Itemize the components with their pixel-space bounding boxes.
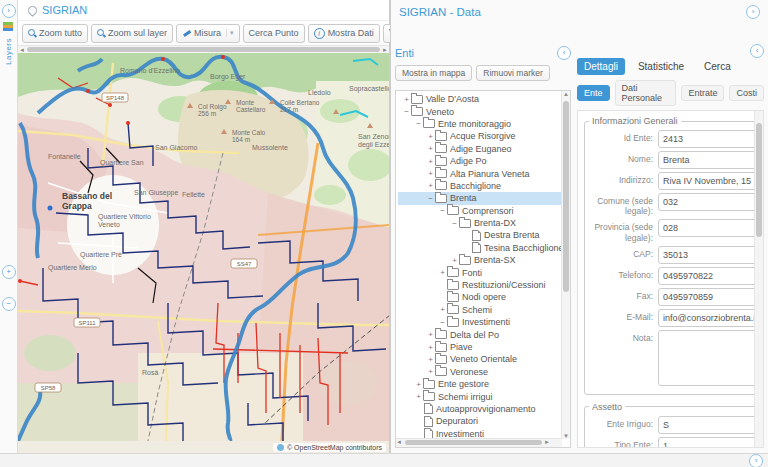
expand-icon[interactable]: + <box>438 268 447 277</box>
enti-collapse-icon[interactable]: ‹ <box>557 46 571 60</box>
tree-item-nodi-opere[interactable]: Nodi opere <box>398 291 562 303</box>
toolbar-button-mostra-dati[interactable]: iMostra Dati <box>308 24 380 43</box>
field-cap[interactable] <box>658 246 754 264</box>
field-nota[interactable] <box>658 330 754 386</box>
tree-item-schemi-irrigui[interactable]: +Schemi irrigui <box>398 390 562 402</box>
collapse-icon[interactable]: − <box>402 107 411 116</box>
scroll-left-icon[interactable]: ◄ <box>18 46 26 53</box>
scrollbar-thumb[interactable] <box>405 440 542 445</box>
expand-icon[interactable]: + <box>426 330 435 339</box>
expand-icon[interactable]: + <box>426 144 435 153</box>
tree-item-veneto[interactable]: −Veneto <box>398 105 562 117</box>
collapse-icon[interactable]: − <box>438 206 447 215</box>
expand-icon[interactable]: + <box>426 169 435 178</box>
expand-icon[interactable]: + <box>426 355 435 364</box>
chevron-down-icon[interactable]: ▾ <box>226 29 234 37</box>
tree-horizontal-scrollbar[interactable]: ◄ ► <box>396 438 562 447</box>
tab-statistiche[interactable]: Statistiche <box>631 58 691 75</box>
map-zoom-in-icon[interactable]: + <box>2 265 16 279</box>
data-panel-collapse-icon[interactable]: › <box>746 5 760 19</box>
tab-dati-personale[interactable]: Dati Personale <box>615 80 677 106</box>
scroll-right-icon[interactable]: ► <box>544 439 550 445</box>
tree-item-valle-d-aosta[interactable]: +Valle D'Aosta <box>398 93 562 105</box>
expand-icon[interactable]: + <box>438 305 447 314</box>
collapse-icon[interactable]: − <box>438 318 447 327</box>
expand-icon[interactable]: + <box>426 343 435 352</box>
details-collapse-icon[interactable]: ‹ <box>750 44 764 58</box>
tree-item-brenta-sx[interactable]: +Brenta-SX <box>398 254 562 266</box>
expand-icon[interactable]: + <box>426 367 435 376</box>
tree-item-schemi[interactable]: +Schemi <box>398 304 562 316</box>
tree-item-veronese[interactable]: +Veronese <box>398 366 562 378</box>
tree-item-piave[interactable]: +Piave <box>398 341 562 353</box>
tree-item-tesina-bacchiglione[interactable]: Tesina Bacchiglione <box>398 242 562 254</box>
field-e-mail[interactable] <box>658 309 754 327</box>
scrollbar-thumb[interactable] <box>27 47 380 52</box>
collapse-icon[interactable]: − <box>426 194 435 203</box>
tab-dettagli[interactable]: Dettagli <box>577 58 625 75</box>
tree-vertical-scrollbar[interactable]: ▲ ▼ <box>561 91 570 439</box>
scrollbar-thumb[interactable] <box>756 123 762 237</box>
field-tipo-ente[interactable] <box>658 437 754 447</box>
tab-ente[interactable]: Ente <box>577 85 610 101</box>
scroll-left-icon[interactable]: ◄ <box>396 439 402 445</box>
field-fax[interactable] <box>658 288 754 306</box>
expand-icon[interactable]: + <box>450 256 459 265</box>
tree-item-destra-brenta[interactable]: Destra Brenta <box>398 229 562 241</box>
collapse-icon[interactable]: − <box>414 119 423 128</box>
expand-icon[interactable]: + <box>426 157 435 166</box>
field-comune-sede-legale[interactable] <box>658 193 754 211</box>
toolbar-button-zoom-sul-layer[interactable]: Zoom sul layer <box>91 24 173 43</box>
toolbar-button-zoom-tutto[interactable]: Zoom tutto <box>22 24 88 43</box>
tree-item-brenta[interactable]: −Brenta <box>398 192 562 204</box>
tree-item-fonti[interactable]: +Fonti <box>398 266 562 278</box>
tab-costi[interactable]: Costi <box>729 85 764 101</box>
tree-item-depuratori[interactable]: Depuratori <box>398 415 562 427</box>
tree-item-adige-euganeo[interactable]: +Adige Euganeo <box>398 143 562 155</box>
field-id-ente[interactable] <box>658 130 754 148</box>
tree-item-brenta-dx[interactable]: −Brenta-DX <box>398 217 562 229</box>
tab-entrate[interactable]: Entrate <box>681 85 724 101</box>
scroll-up-icon[interactable]: ▲ <box>562 91 570 97</box>
tree-item-comprensori[interactable]: −Comprensori <box>398 205 562 217</box>
expand-icon[interactable]: + <box>414 380 423 389</box>
map-canvas[interactable]: Romano d'EzzelinoBorgo EgerLiedoloSoprac… <box>18 53 389 454</box>
field-ente-irriguo[interactable] <box>658 416 754 434</box>
form-vertical-scrollbar[interactable] <box>754 111 763 447</box>
tree-item-ente-gestore[interactable]: +Ente gestore <box>398 378 562 390</box>
layers-tab-label[interactable]: Layers <box>4 38 13 65</box>
sidebar-collapse-icon[interactable]: › <box>2 4 16 18</box>
tree-item-investimenti[interactable]: −Investimenti <box>398 316 562 328</box>
toolbar-button-misura[interactable]: Misura▾ <box>176 24 240 43</box>
toolbar-button-cerca-punto[interactable]: Cerca Punto <box>243 24 305 43</box>
tree-item-bacchiglione[interactable]: +Bacchiglione <box>398 180 562 192</box>
tree-item-ente-monitoraggio[interactable]: −Ente monitoraggio <box>398 118 562 130</box>
field-telefono[interactable] <box>658 267 754 285</box>
field-indirizzo[interactable] <box>658 172 754 190</box>
field-nome[interactable] <box>658 151 754 169</box>
tree-item-acque-risorgive[interactable]: +Acque Risorgive <box>398 130 562 142</box>
tree-item-veneto-orientale[interactable]: +Veneto Orientale <box>398 353 562 365</box>
mostra-in-mappa-button[interactable]: Mostra in mappa <box>395 65 472 81</box>
footer-expand-icon[interactable]: › <box>749 454 763 467</box>
tree-item-adige-po[interactable]: +Adige Po <box>398 155 562 167</box>
scrollbar-thumb[interactable] <box>563 101 569 292</box>
scroll-right-icon[interactable]: ► <box>381 46 389 53</box>
rimuovi-marker-button[interactable]: Rimuovi marker <box>476 65 550 81</box>
tree-item-delta-del-po[interactable]: +Delta del Po <box>398 328 562 340</box>
layers-icon[interactable] <box>3 22 14 32</box>
field-provincia-sede-legale[interactable] <box>658 219 754 237</box>
expand-icon[interactable]: + <box>426 181 435 190</box>
expand-icon[interactable]: + <box>414 392 423 401</box>
tab-cerca[interactable]: Cerca <box>697 58 738 75</box>
map-zoom-out-icon[interactable]: − <box>2 297 16 311</box>
expand-icon[interactable]: + <box>426 132 435 141</box>
section-legend: Assetto <box>589 402 625 412</box>
expand-icon[interactable]: + <box>402 95 411 104</box>
field-label: Provincia (sede legale): <box>589 219 658 242</box>
tree-item-alta-pianura-veneta[interactable]: +Alta Pianura Veneta <box>398 167 562 179</box>
tree-item-autoapprovvigionamento[interactable]: Autoapprovvigionamento <box>398 403 562 415</box>
scroll-down-icon[interactable]: ▼ <box>562 433 570 439</box>
tree-item-restituzioni-cessioni[interactable]: Restituzioni/Cessioni <box>398 279 562 291</box>
collapse-icon[interactable]: − <box>450 219 459 228</box>
